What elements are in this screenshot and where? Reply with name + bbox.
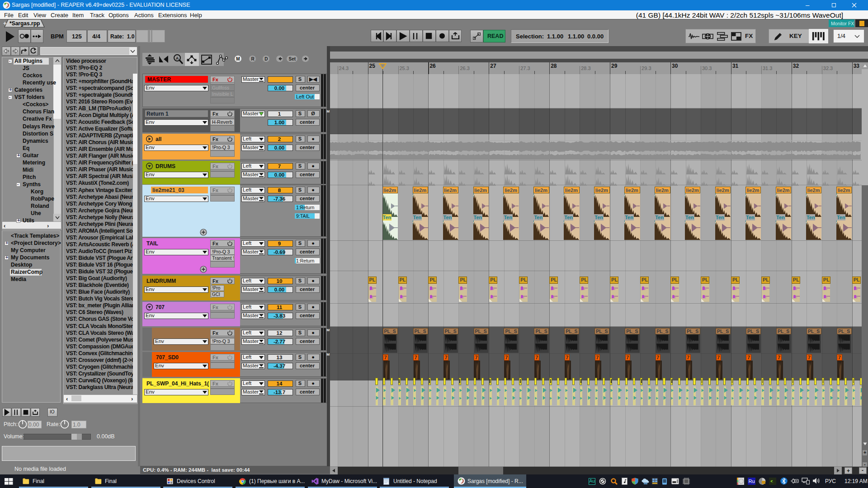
svg-text:A: A	[176, 56, 179, 61]
